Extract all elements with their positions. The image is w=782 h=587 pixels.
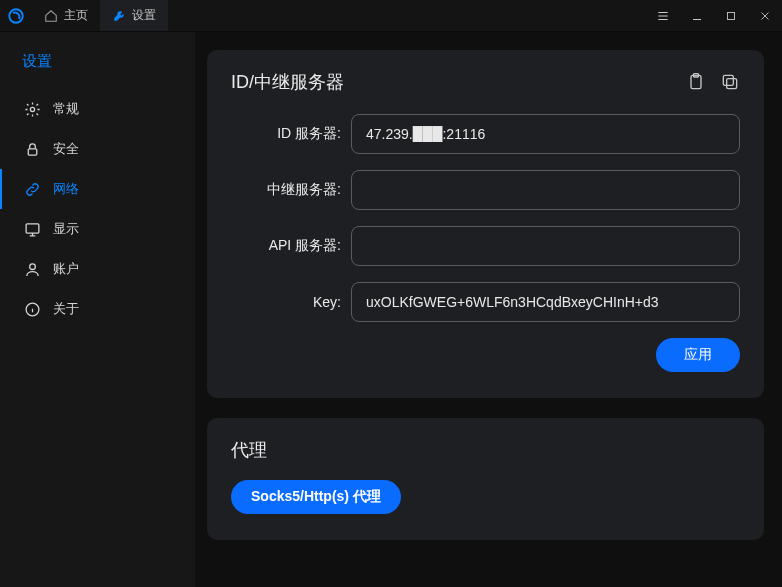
sidebar-item-label: 常规 <box>53 100 79 118</box>
info-icon <box>24 301 41 318</box>
minimize-button[interactable] <box>680 0 714 32</box>
tab-settings[interactable]: 设置 <box>100 0 168 31</box>
titlebar: 主页 设置 <box>0 0 782 32</box>
input-id-server[interactable] <box>351 114 740 154</box>
lock-icon <box>24 141 41 158</box>
tab-home[interactable]: 主页 <box>32 0 100 31</box>
tab-home-label: 主页 <box>64 7 88 24</box>
main-content: ID/中继服务器 ID 服务器: 中继服务器: API <box>195 32 782 587</box>
sidebar-item-label: 账户 <box>53 260 79 278</box>
sidebar-item-display[interactable]: 显示 <box>0 209 195 249</box>
close-button[interactable] <box>748 0 782 32</box>
paste-button[interactable] <box>686 72 706 92</box>
form-row-api-server: API 服务器: <box>231 226 740 266</box>
label-relay-server: 中继服务器: <box>231 181 351 199</box>
input-relay-server[interactable] <box>351 170 740 210</box>
sidebar-item-label: 关于 <box>53 300 79 318</box>
svg-rect-10 <box>723 75 733 85</box>
svg-point-5 <box>30 263 36 269</box>
card-title: ID/中继服务器 <box>231 70 344 94</box>
svg-rect-1 <box>728 12 735 19</box>
sidebar: 设置 常规 安全 网络 显示 账户 关于 <box>0 32 195 587</box>
svg-rect-4 <box>26 223 39 232</box>
clipboard-icon <box>686 72 706 92</box>
menu-icon <box>656 9 670 23</box>
svg-point-0 <box>9 9 23 23</box>
card-header: ID/中继服务器 <box>231 70 740 94</box>
input-api-server[interactable] <box>351 226 740 266</box>
gear-icon <box>24 101 41 118</box>
form-row-relay-server: 中继服务器: <box>231 170 740 210</box>
sidebar-item-account[interactable]: 账户 <box>0 249 195 289</box>
app-logo[interactable] <box>0 0 32 32</box>
label-id-server: ID 服务器: <box>231 125 351 143</box>
id-relay-server-card: ID/中继服务器 ID 服务器: 中继服务器: API <box>207 50 764 398</box>
link-icon <box>24 181 41 198</box>
home-icon <box>44 9 58 23</box>
maximize-button[interactable] <box>714 0 748 32</box>
svg-rect-9 <box>727 79 737 89</box>
label-api-server: API 服务器: <box>231 237 351 255</box>
window-controls <box>646 0 782 32</box>
wrench-icon <box>112 9 126 23</box>
tab-settings-label: 设置 <box>132 7 156 24</box>
close-icon <box>759 10 771 22</box>
copy-icon <box>720 72 740 92</box>
proxy-config-button[interactable]: Socks5/Http(s) 代理 <box>231 480 401 514</box>
refresh-circle-icon <box>7 7 25 25</box>
main-body: 设置 常规 安全 网络 显示 账户 关于 ID/中继服务器 <box>0 32 782 587</box>
user-icon <box>24 261 41 278</box>
form-row-id-server: ID 服务器: <box>231 114 740 154</box>
sidebar-item-label: 网络 <box>53 180 79 198</box>
minimize-icon <box>691 10 703 22</box>
form-row-key: Key: <box>231 282 740 322</box>
sidebar-item-network[interactable]: 网络 <box>0 169 195 209</box>
label-key: Key: <box>231 294 351 310</box>
sidebar-item-label: 安全 <box>53 140 79 158</box>
apply-button[interactable]: 应用 <box>656 338 740 372</box>
svg-rect-3 <box>28 148 37 154</box>
apply-row: 应用 <box>231 338 740 372</box>
sidebar-item-about[interactable]: 关于 <box>0 289 195 329</box>
monitor-icon <box>24 221 41 238</box>
svg-point-2 <box>30 107 34 111</box>
copy-button[interactable] <box>720 72 740 92</box>
menu-button[interactable] <box>646 0 680 32</box>
titlebar-left: 主页 设置 <box>0 0 168 31</box>
proxy-card-title: 代理 <box>231 438 740 462</box>
sidebar-item-security[interactable]: 安全 <box>0 129 195 169</box>
sidebar-item-general[interactable]: 常规 <box>0 89 195 129</box>
sidebar-title: 设置 <box>0 46 195 89</box>
card-actions <box>686 72 740 92</box>
proxy-card: 代理 Socks5/Http(s) 代理 <box>207 418 764 540</box>
input-key[interactable] <box>351 282 740 322</box>
maximize-icon <box>725 10 737 22</box>
sidebar-item-label: 显示 <box>53 220 79 238</box>
